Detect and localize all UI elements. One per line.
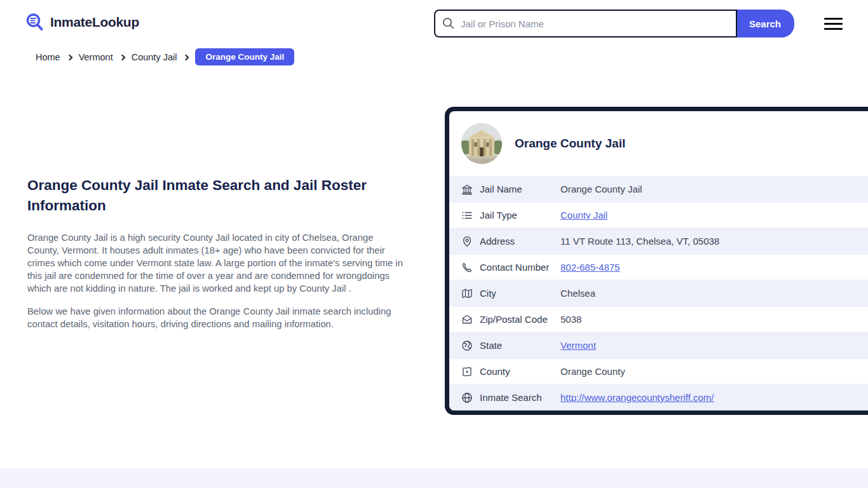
bank-icon [461, 184, 473, 195]
row-label: Address [480, 236, 560, 247]
search-input[interactable] [434, 10, 737, 37]
info-paragraph: Below we have given information about th… [27, 305, 403, 330]
row-label: Zip/Postal Code [480, 314, 560, 325]
row-label: State [480, 340, 560, 351]
header: InmateLookup Search [0, 0, 868, 46]
jail-card-title: Orange County Jail [515, 137, 625, 151]
row-label: Jail Type [480, 210, 560, 220]
table-row-inmate-search: Inmate Search http://www.orangecountyshe… [449, 384, 868, 410]
jail-type-link[interactable]: County Jail [560, 210, 607, 220]
breadcrumb-vermont[interactable]: Vermont [79, 52, 113, 62]
table-row-state: State Vermont [449, 332, 868, 358]
search-button[interactable]: Search [736, 10, 794, 37]
row-label: City [480, 288, 560, 299]
county-map-icon [461, 366, 473, 377]
breadcrumb-current-badge[interactable]: Orange County Jail [195, 48, 294, 65]
row-value: 11 VT Route 113, Chelsea, VT, 05038 [560, 236, 719, 247]
page-title: Orange County Jail Inmate Search and Jai… [27, 175, 403, 216]
table-row-contact-number: Contact Number 802-685-4875 [449, 254, 868, 280]
row-value: Orange County Jail [560, 184, 642, 194]
chevron-right-icon [183, 54, 189, 60]
chevron-right-icon [66, 54, 72, 60]
row-label: Inmate Search [480, 392, 560, 403]
row-label: County [480, 366, 560, 377]
jail-info-card: Orange County Jail Jail Name Orange Coun… [445, 107, 868, 415]
table-row-jail-type: Jail Type County Jail [449, 202, 868, 228]
row-label: Contact Number [480, 262, 560, 273]
search-icon [442, 17, 455, 30]
map-pin-icon [461, 236, 473, 247]
jail-info-table: Jail Name Orange County Jail Jail Type C… [449, 176, 868, 410]
phone-icon [461, 262, 473, 273]
article: Orange County Jail Inmate Search and Jai… [27, 175, 403, 341]
intro-paragraph: Orange County Jail is a high security Co… [27, 231, 403, 295]
magnifier-logo-icon [25, 13, 44, 32]
footer-section [0, 468, 868, 488]
brand-logo[interactable]: InmateLookup [25, 13, 139, 32]
phone-link[interactable]: 802-685-4875 [560, 262, 620, 273]
chevron-right-icon [119, 54, 125, 60]
table-row-jail-name: Jail Name Orange County Jail [449, 176, 868, 202]
map-icon [461, 288, 473, 299]
globe-icon [461, 392, 473, 403]
table-row-zip: Zip/Postal Code 5038 [449, 306, 868, 332]
list-icon [461, 210, 473, 221]
breadcrumb-home[interactable]: Home [36, 52, 60, 62]
menu-icon[interactable] [824, 18, 843, 30]
row-value: Orange County [560, 366, 625, 377]
jail-photo [461, 123, 502, 164]
state-link[interactable]: Vermont [560, 340, 596, 351]
envelope-icon [461, 314, 473, 325]
row-label: Jail Name [480, 184, 560, 194]
card-header: Orange County Jail [449, 111, 868, 176]
breadcrumb: Home Vermont County Jail Orange County J… [36, 48, 294, 65]
search-bar: Search [434, 10, 794, 37]
table-row-city: City Chelsea [449, 280, 868, 306]
row-value: Chelsea [560, 288, 595, 299]
brand-name: InmateLookup [50, 15, 139, 30]
table-row-county: County Orange County [449, 358, 868, 384]
inmate-search-link[interactable]: http://www.orangecountysheriff.com/ [560, 392, 714, 403]
table-row-address: Address 11 VT Route 113, Chelsea, VT, 05… [449, 228, 868, 254]
breadcrumb-county-jail[interactable]: County Jail [132, 52, 177, 62]
globe-icon [461, 340, 473, 351]
row-value: 5038 [560, 314, 581, 325]
